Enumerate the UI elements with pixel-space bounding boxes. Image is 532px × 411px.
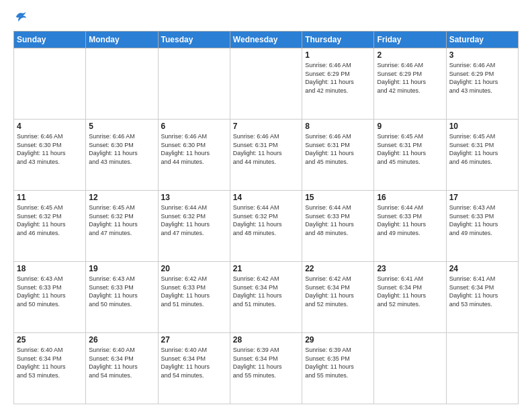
day-number: 15 [305, 193, 371, 202]
day-sun-info: Sunrise: 6:40 AM Sunset: 6:34 PM Dayligh… [89, 346, 154, 379]
day-number: 9 [377, 122, 443, 131]
calendar-cell: 29Sunrise: 6:39 AM Sunset: 6:35 PM Dayli… [302, 333, 374, 404]
calendar-cell: 27Sunrise: 6:40 AM Sunset: 6:34 PM Dayli… [158, 333, 230, 404]
calendar-cell: 26Sunrise: 6:40 AM Sunset: 6:34 PM Dayli… [86, 333, 158, 404]
day-number: 19 [89, 264, 154, 273]
day-sun-info: Sunrise: 6:45 AM Sunset: 6:32 PM Dayligh… [17, 203, 83, 237]
calendar-cell: 18Sunrise: 6:43 AM Sunset: 6:33 PM Dayli… [14, 262, 86, 333]
calendar-week-row: 4Sunrise: 6:46 AM Sunset: 6:30 PM Daylig… [14, 120, 519, 191]
day-sun-info: Sunrise: 6:46 AM Sunset: 6:31 PM Dayligh… [233, 132, 299, 166]
day-sun-info: Sunrise: 6:43 AM Sunset: 6:33 PM Dayligh… [89, 275, 154, 308]
calendar-cell: 9Sunrise: 6:45 AM Sunset: 6:31 PM Daylig… [374, 120, 446, 191]
calendar-cell: 8Sunrise: 6:46 AM Sunset: 6:31 PM Daylig… [302, 120, 374, 191]
calendar-cell: 3Sunrise: 6:46 AM Sunset: 6:29 PM Daylig… [446, 48, 518, 120]
day-sun-info: Sunrise: 6:44 AM Sunset: 6:32 PM Dayligh… [161, 203, 227, 237]
day-sun-info: Sunrise: 6:46 AM Sunset: 6:30 PM Dayligh… [161, 132, 227, 166]
calendar-cell: 25Sunrise: 6:40 AM Sunset: 6:34 PM Dayli… [14, 333, 86, 404]
calendar-cell: 22Sunrise: 6:42 AM Sunset: 6:34 PM Dayli… [302, 262, 374, 333]
day-sun-info: Sunrise: 6:46 AM Sunset: 6:29 PM Dayligh… [305, 61, 371, 95]
day-sun-info: Sunrise: 6:40 AM Sunset: 6:34 PM Dayligh… [17, 346, 83, 379]
calendar-cell: 7Sunrise: 6:46 AM Sunset: 6:31 PM Daylig… [230, 120, 302, 191]
calendar-cell: 1Sunrise: 6:46 AM Sunset: 6:29 PM Daylig… [302, 48, 374, 120]
calendar-cell: 28Sunrise: 6:39 AM Sunset: 6:34 PM Dayli… [230, 333, 302, 404]
day-number: 26 [89, 335, 154, 345]
day-number: 13 [161, 193, 227, 202]
col-header-saturday: Saturday [446, 32, 518, 48]
day-number: 23 [377, 264, 443, 273]
col-header-sunday: Sunday [14, 32, 86, 48]
day-sun-info: Sunrise: 6:44 AM Sunset: 6:32 PM Dayligh… [233, 203, 299, 237]
day-number: 21 [233, 264, 299, 273]
day-sun-info: Sunrise: 6:43 AM Sunset: 6:33 PM Dayligh… [449, 203, 515, 237]
col-header-tuesday: Tuesday [158, 32, 230, 48]
day-sun-info: Sunrise: 6:46 AM Sunset: 6:31 PM Dayligh… [305, 132, 371, 166]
calendar-cell: 6Sunrise: 6:46 AM Sunset: 6:30 PM Daylig… [158, 120, 230, 191]
col-header-monday: Monday [86, 32, 158, 48]
day-sun-info: Sunrise: 6:46 AM Sunset: 6:30 PM Dayligh… [17, 132, 83, 166]
day-number: 27 [161, 335, 227, 345]
day-number: 11 [17, 193, 83, 202]
day-number: 5 [89, 122, 154, 131]
col-header-thursday: Thursday [302, 32, 374, 48]
calendar-week-row: 11Sunrise: 6:45 AM Sunset: 6:32 PM Dayli… [14, 191, 519, 262]
calendar-cell: 21Sunrise: 6:42 AM Sunset: 6:34 PM Dayli… [230, 262, 302, 333]
day-sun-info: Sunrise: 6:42 AM Sunset: 6:34 PM Dayligh… [233, 275, 299, 308]
day-number: 2 [377, 50, 443, 60]
logo-bird-icon [15, 11, 27, 23]
day-sun-info: Sunrise: 6:45 AM Sunset: 6:31 PM Dayligh… [449, 132, 515, 166]
day-sun-info: Sunrise: 6:46 AM Sunset: 6:29 PM Dayligh… [377, 61, 443, 95]
calendar-cell: 20Sunrise: 6:42 AM Sunset: 6:33 PM Dayli… [158, 262, 230, 333]
day-sun-info: Sunrise: 6:42 AM Sunset: 6:33 PM Dayligh… [161, 275, 227, 308]
day-number: 3 [449, 50, 515, 60]
calendar-cell [446, 333, 518, 404]
day-number: 14 [233, 193, 299, 202]
calendar-cell: 13Sunrise: 6:44 AM Sunset: 6:32 PM Dayli… [158, 191, 230, 262]
day-sun-info: Sunrise: 6:43 AM Sunset: 6:33 PM Dayligh… [17, 275, 83, 308]
logo [13, 11, 27, 26]
calendar-cell: 11Sunrise: 6:45 AM Sunset: 6:32 PM Dayli… [14, 191, 86, 262]
day-sun-info: Sunrise: 6:42 AM Sunset: 6:34 PM Dayligh… [305, 275, 371, 308]
day-number: 29 [305, 335, 371, 345]
day-sun-info: Sunrise: 6:44 AM Sunset: 6:33 PM Dayligh… [305, 203, 371, 237]
day-number: 22 [305, 264, 371, 273]
day-sun-info: Sunrise: 6:46 AM Sunset: 6:29 PM Dayligh… [449, 61, 515, 95]
calendar-cell [230, 48, 302, 120]
calendar-week-row: 25Sunrise: 6:40 AM Sunset: 6:34 PM Dayli… [14, 333, 519, 404]
calendar-cell [374, 333, 446, 404]
calendar-cell: 16Sunrise: 6:44 AM Sunset: 6:33 PM Dayli… [374, 191, 446, 262]
day-number: 7 [233, 122, 299, 131]
calendar-cell: 14Sunrise: 6:44 AM Sunset: 6:32 PM Dayli… [230, 191, 302, 262]
day-sun-info: Sunrise: 6:45 AM Sunset: 6:31 PM Dayligh… [377, 132, 443, 166]
day-number: 1 [305, 50, 371, 60]
day-number: 6 [161, 122, 227, 131]
day-sun-info: Sunrise: 6:44 AM Sunset: 6:33 PM Dayligh… [377, 203, 443, 237]
day-sun-info: Sunrise: 6:46 AM Sunset: 6:30 PM Dayligh… [89, 132, 154, 166]
calendar-cell: 5Sunrise: 6:46 AM Sunset: 6:30 PM Daylig… [86, 120, 158, 191]
day-number: 10 [449, 122, 515, 131]
day-sun-info: Sunrise: 6:39 AM Sunset: 6:34 PM Dayligh… [233, 346, 299, 379]
calendar-header-row: SundayMondayTuesdayWednesdayThursdayFrid… [14, 32, 519, 48]
day-number: 12 [89, 193, 154, 202]
day-number: 18 [17, 264, 83, 273]
day-number: 4 [17, 122, 83, 131]
day-sun-info: Sunrise: 6:41 AM Sunset: 6:34 PM Dayligh… [449, 275, 515, 308]
calendar-cell [14, 48, 86, 120]
calendar-cell: 17Sunrise: 6:43 AM Sunset: 6:33 PM Dayli… [446, 191, 518, 262]
calendar-cell: 15Sunrise: 6:44 AM Sunset: 6:33 PM Dayli… [302, 191, 374, 262]
day-number: 8 [305, 122, 371, 131]
day-number: 16 [377, 193, 443, 202]
calendar-cell: 19Sunrise: 6:43 AM Sunset: 6:33 PM Dayli… [86, 262, 158, 333]
calendar-cell: 4Sunrise: 6:46 AM Sunset: 6:30 PM Daylig… [14, 120, 86, 191]
calendar-cell: 12Sunrise: 6:45 AM Sunset: 6:32 PM Dayli… [86, 191, 158, 262]
day-number: 28 [233, 335, 299, 345]
day-number: 20 [161, 264, 227, 273]
calendar-cell [158, 48, 230, 120]
calendar-cell [86, 48, 158, 120]
calendar-cell: 24Sunrise: 6:41 AM Sunset: 6:34 PM Dayli… [446, 262, 518, 333]
day-sun-info: Sunrise: 6:39 AM Sunset: 6:35 PM Dayligh… [305, 346, 371, 379]
day-sun-info: Sunrise: 6:40 AM Sunset: 6:34 PM Dayligh… [161, 346, 227, 379]
calendar-cell: 10Sunrise: 6:45 AM Sunset: 6:31 PM Dayli… [446, 120, 518, 191]
col-header-friday: Friday [374, 32, 446, 48]
day-sun-info: Sunrise: 6:41 AM Sunset: 6:34 PM Dayligh… [377, 275, 443, 308]
calendar-cell: 2Sunrise: 6:46 AM Sunset: 6:29 PM Daylig… [374, 48, 446, 120]
